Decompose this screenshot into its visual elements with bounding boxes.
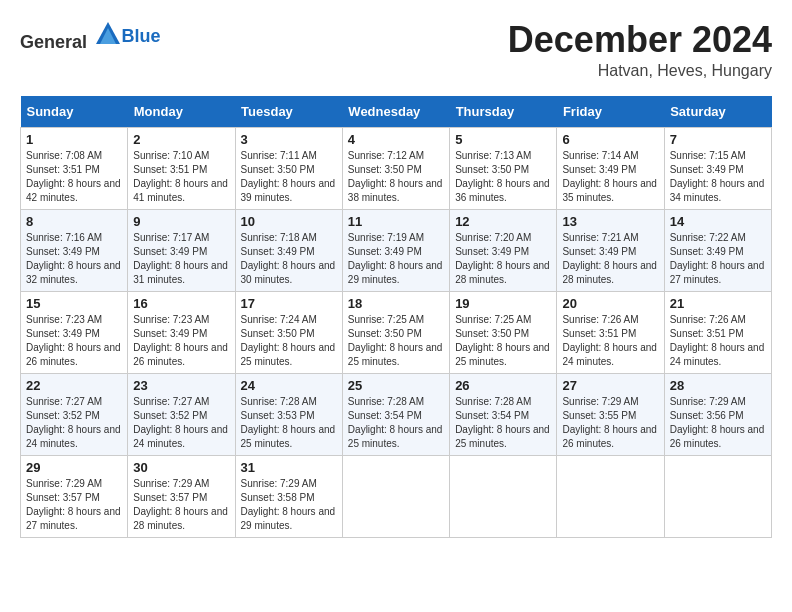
cell-info: Sunrise: 7:29 AMSunset: 3:56 PMDaylight:… <box>670 395 766 451</box>
cell-info: Sunrise: 7:22 AMSunset: 3:49 PMDaylight:… <box>670 231 766 287</box>
day-number: 19 <box>455 296 551 311</box>
logo: General Blue <box>20 20 161 53</box>
cell-info: Sunrise: 7:26 AMSunset: 3:51 PMDaylight:… <box>670 313 766 369</box>
daylight-text: Daylight: 8 hours and 38 minutes. <box>348 178 443 203</box>
logo-icon <box>94 20 122 48</box>
cell-info: Sunrise: 7:28 AMSunset: 3:54 PMDaylight:… <box>455 395 551 451</box>
calendar-cell: 18Sunrise: 7:25 AMSunset: 3:50 PMDayligh… <box>342 291 449 373</box>
sunrise-text: Sunrise: 7:26 AM <box>562 314 638 325</box>
calendar-cell: 11Sunrise: 7:19 AMSunset: 3:49 PMDayligh… <box>342 209 449 291</box>
sunrise-text: Sunrise: 7:17 AM <box>133 232 209 243</box>
daylight-text: Daylight: 8 hours and 35 minutes. <box>562 178 657 203</box>
sunset-text: Sunset: 3:50 PM <box>348 164 422 175</box>
sunset-text: Sunset: 3:57 PM <box>26 492 100 503</box>
month-title: December 2024 <box>508 20 772 60</box>
daylight-text: Daylight: 8 hours and 41 minutes. <box>133 178 228 203</box>
day-number: 6 <box>562 132 658 147</box>
sunrise-text: Sunrise: 7:29 AM <box>562 396 638 407</box>
calendar-cell: 30Sunrise: 7:29 AMSunset: 3:57 PMDayligh… <box>128 455 235 537</box>
sunrise-text: Sunrise: 7:08 AM <box>26 150 102 161</box>
calendar-cell <box>664 455 771 537</box>
sunrise-text: Sunrise: 7:20 AM <box>455 232 531 243</box>
daylight-text: Daylight: 8 hours and 28 minutes. <box>562 260 657 285</box>
sunrise-text: Sunrise: 7:25 AM <box>348 314 424 325</box>
daylight-text: Daylight: 8 hours and 25 minutes. <box>455 342 550 367</box>
calendar-cell: 14Sunrise: 7:22 AMSunset: 3:49 PMDayligh… <box>664 209 771 291</box>
sunset-text: Sunset: 3:51 PM <box>670 328 744 339</box>
day-number: 30 <box>133 460 229 475</box>
sunset-text: Sunset: 3:52 PM <box>26 410 100 421</box>
daylight-text: Daylight: 8 hours and 31 minutes. <box>133 260 228 285</box>
cell-info: Sunrise: 7:21 AMSunset: 3:49 PMDaylight:… <box>562 231 658 287</box>
cell-info: Sunrise: 7:25 AMSunset: 3:50 PMDaylight:… <box>348 313 444 369</box>
day-number: 21 <box>670 296 766 311</box>
sunrise-text: Sunrise: 7:21 AM <box>562 232 638 243</box>
daylight-text: Daylight: 8 hours and 26 minutes. <box>26 342 121 367</box>
sunrise-text: Sunrise: 7:29 AM <box>133 478 209 489</box>
cell-info: Sunrise: 7:24 AMSunset: 3:50 PMDaylight:… <box>241 313 337 369</box>
sunrise-text: Sunrise: 7:29 AM <box>26 478 102 489</box>
sunset-text: Sunset: 3:53 PM <box>241 410 315 421</box>
calendar-header-row: SundayMondayTuesdayWednesdayThursdayFrid… <box>21 96 772 128</box>
cell-info: Sunrise: 7:16 AMSunset: 3:49 PMDaylight:… <box>26 231 122 287</box>
day-number: 14 <box>670 214 766 229</box>
cell-info: Sunrise: 7:29 AMSunset: 3:55 PMDaylight:… <box>562 395 658 451</box>
daylight-text: Daylight: 8 hours and 27 minutes. <box>670 260 765 285</box>
calendar-cell: 31Sunrise: 7:29 AMSunset: 3:58 PMDayligh… <box>235 455 342 537</box>
sunset-text: Sunset: 3:55 PM <box>562 410 636 421</box>
cell-info: Sunrise: 7:26 AMSunset: 3:51 PMDaylight:… <box>562 313 658 369</box>
day-header-monday: Monday <box>128 96 235 128</box>
daylight-text: Daylight: 8 hours and 26 minutes. <box>133 342 228 367</box>
sunset-text: Sunset: 3:49 PM <box>670 246 744 257</box>
cell-info: Sunrise: 7:29 AMSunset: 3:57 PMDaylight:… <box>26 477 122 533</box>
cell-info: Sunrise: 7:28 AMSunset: 3:53 PMDaylight:… <box>241 395 337 451</box>
logo-general: General <box>20 32 87 52</box>
day-number: 4 <box>348 132 444 147</box>
sunset-text: Sunset: 3:50 PM <box>455 164 529 175</box>
calendar-cell: 17Sunrise: 7:24 AMSunset: 3:50 PMDayligh… <box>235 291 342 373</box>
calendar-cell: 6Sunrise: 7:14 AMSunset: 3:49 PMDaylight… <box>557 127 664 209</box>
sunrise-text: Sunrise: 7:14 AM <box>562 150 638 161</box>
calendar-cell: 22Sunrise: 7:27 AMSunset: 3:52 PMDayligh… <box>21 373 128 455</box>
sunrise-text: Sunrise: 7:22 AM <box>670 232 746 243</box>
sunrise-text: Sunrise: 7:29 AM <box>670 396 746 407</box>
daylight-text: Daylight: 8 hours and 24 minutes. <box>562 342 657 367</box>
daylight-text: Daylight: 8 hours and 24 minutes. <box>26 424 121 449</box>
daylight-text: Daylight: 8 hours and 24 minutes. <box>670 342 765 367</box>
calendar-cell: 15Sunrise: 7:23 AMSunset: 3:49 PMDayligh… <box>21 291 128 373</box>
sunset-text: Sunset: 3:58 PM <box>241 492 315 503</box>
calendar-week-row: 22Sunrise: 7:27 AMSunset: 3:52 PMDayligh… <box>21 373 772 455</box>
day-number: 20 <box>562 296 658 311</box>
sunrise-text: Sunrise: 7:19 AM <box>348 232 424 243</box>
sunset-text: Sunset: 3:52 PM <box>133 410 207 421</box>
day-header-saturday: Saturday <box>664 96 771 128</box>
sunrise-text: Sunrise: 7:12 AM <box>348 150 424 161</box>
sunrise-text: Sunrise: 7:15 AM <box>670 150 746 161</box>
calendar-cell: 12Sunrise: 7:20 AMSunset: 3:49 PMDayligh… <box>450 209 557 291</box>
sunset-text: Sunset: 3:57 PM <box>133 492 207 503</box>
day-number: 31 <box>241 460 337 475</box>
page-header: General Blue December 2024 Hatvan, Heves… <box>20 20 772 80</box>
day-number: 1 <box>26 132 122 147</box>
sunset-text: Sunset: 3:49 PM <box>455 246 529 257</box>
daylight-text: Daylight: 8 hours and 26 minutes. <box>670 424 765 449</box>
cell-info: Sunrise: 7:23 AMSunset: 3:49 PMDaylight:… <box>26 313 122 369</box>
sunset-text: Sunset: 3:49 PM <box>348 246 422 257</box>
daylight-text: Daylight: 8 hours and 36 minutes. <box>455 178 550 203</box>
daylight-text: Daylight: 8 hours and 27 minutes. <box>26 506 121 531</box>
day-header-tuesday: Tuesday <box>235 96 342 128</box>
daylight-text: Daylight: 8 hours and 24 minutes. <box>133 424 228 449</box>
daylight-text: Daylight: 8 hours and 39 minutes. <box>241 178 336 203</box>
day-number: 11 <box>348 214 444 229</box>
calendar-cell: 3Sunrise: 7:11 AMSunset: 3:50 PMDaylight… <box>235 127 342 209</box>
sunrise-text: Sunrise: 7:27 AM <box>26 396 102 407</box>
sunrise-text: Sunrise: 7:11 AM <box>241 150 317 161</box>
sunset-text: Sunset: 3:49 PM <box>133 328 207 339</box>
sunrise-text: Sunrise: 7:18 AM <box>241 232 317 243</box>
day-number: 3 <box>241 132 337 147</box>
sunrise-text: Sunrise: 7:23 AM <box>26 314 102 325</box>
cell-info: Sunrise: 7:11 AMSunset: 3:50 PMDaylight:… <box>241 149 337 205</box>
day-header-wednesday: Wednesday <box>342 96 449 128</box>
title-area: December 2024 Hatvan, Heves, Hungary <box>508 20 772 80</box>
cell-info: Sunrise: 7:27 AMSunset: 3:52 PMDaylight:… <box>133 395 229 451</box>
